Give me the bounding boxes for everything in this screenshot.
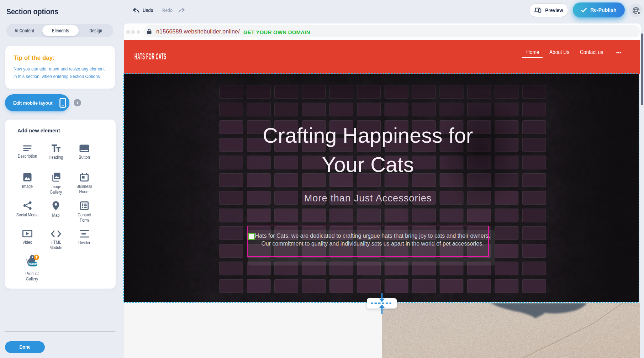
svg-text:SHOP: SHOP	[29, 263, 37, 266]
